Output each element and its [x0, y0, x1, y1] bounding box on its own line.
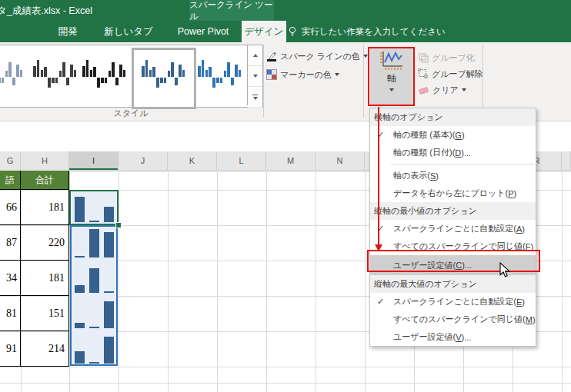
column-header-J[interactable]: J [119, 151, 168, 170]
selection-range-border [70, 225, 118, 366]
menu-item-label: 軸の表示( [393, 170, 430, 181]
sparkline-style-black[interactable] [81, 50, 129, 102]
eraser-icon [418, 85, 429, 95]
fill-handle[interactable] [115, 222, 122, 228]
active-cell-border [69, 190, 119, 225]
group-objects-icon [418, 52, 429, 63]
group-divider [483, 45, 483, 118]
checkmark-icon: ✓ [377, 297, 384, 307]
clear-button[interactable]: クリア [418, 84, 466, 96]
axis-dropdown-menu: 横軸のオプション✓軸の種類 (基本)(G)軸の種類 (日付)(D)...軸の表示… [369, 108, 536, 347]
gridline [0, 383, 571, 384]
table-header-goukei[interactable]: 合計 [21, 171, 68, 189]
menu-item-label: )... [462, 261, 472, 270]
cell-score[interactable]: 34 [0, 261, 17, 296]
sparkline-color-button[interactable]: スパーク ラインの色 [266, 49, 368, 63]
menu-item-plot-right-to-left[interactable]: データを右から左にプロット(P) [370, 184, 536, 202]
menu-item-label: ) [522, 224, 525, 234]
menu-item-label: ) [436, 171, 439, 181]
column-header-M[interactable]: M [266, 151, 316, 170]
menu-item-max-custom[interactable]: ユーザー設定値(V)... [370, 328, 536, 346]
group-button[interactable]: グループ化 [418, 51, 475, 64]
menu-item-label: S [430, 171, 436, 181]
column-header-L[interactable]: L [217, 151, 266, 170]
style-group-label: スタイル [46, 108, 215, 119]
marker-color-button[interactable]: マーカーの色 [266, 68, 339, 81]
menu-item-min-auto[interactable]: ✓スパークラインごとに自動設定(A) [370, 220, 536, 238]
menu-item-label: すべてのスパークラインで同じ値( [393, 314, 526, 325]
gridline [0, 367, 571, 367]
menu-item-label: ) [514, 189, 517, 198]
menu-item-label: ユーザー設定値( [393, 331, 456, 343]
gridline [562, 171, 563, 392]
ribbon-tab-develop[interactable]: 開発 [48, 21, 88, 42]
gridline [168, 171, 169, 392]
menu-item-max-auto[interactable]: ✓スパークラインごとに自動設定(E) [370, 293, 536, 311]
column-header-hidden-12[interactable] [562, 151, 571, 170]
ungroup-button-label: グループ解除 [432, 68, 483, 80]
axis-chart-icon [379, 50, 404, 71]
column-header-I[interactable]: I [69, 151, 119, 170]
menu-item-label: すべてのスパークラインで同じ値( [393, 241, 526, 252]
axis-button[interactable]: 軸 [370, 48, 413, 105]
checkmark-icon: ✓ [377, 224, 384, 234]
menu-item-label: 軸の種類 (基本)( [393, 129, 455, 141]
table-header-go[interactable]: 語 [0, 171, 20, 189]
cell-score[interactable]: 87 [0, 225, 17, 261]
column-header-N[interactable]: N [316, 151, 365, 170]
menu-item-min-same[interactable]: すべてのスパークラインで同じ値(F) [370, 238, 536, 255]
tell-me-box[interactable]: 実行したい作業を入力してください [288, 23, 446, 40]
gallery-scrollbar [247, 45, 262, 105]
sparkline-style-steel-blue[interactable] [132, 48, 196, 109]
menu-item-label: ) [522, 297, 525, 307]
cell-total[interactable]: 181 [21, 190, 65, 225]
ribbon-tab-new-tab[interactable]: 新しいタブ [97, 21, 160, 42]
menu-item-axis-type-general[interactable]: ✓軸の種類 (基本)(G) [370, 126, 536, 144]
sparkline-style-preview [0, 54, 24, 98]
sparkline-style-dark-gray[interactable] [32, 50, 79, 102]
column-header-H[interactable]: H [21, 151, 69, 170]
cell-total[interactable]: 181 [21, 261, 65, 296]
sparkline-style-muted-blue[interactable] [0, 50, 25, 102]
cell-total[interactable]: 214 [21, 331, 65, 367]
sparkline-style-preview [198, 54, 242, 98]
menu-item-show-axis[interactable]: 軸の表示(S) [370, 167, 536, 184]
table-border [20, 171, 21, 367]
pencil-color-icon [266, 51, 277, 61]
menu-item-min-custom[interactable]: ユーザー設定値(C)... [370, 255, 536, 275]
ribbon-tab-power-pivot[interactable]: Power Pivot [169, 21, 237, 42]
gridline [316, 171, 316, 392]
ribbon-tab-design[interactable]: デザイン [242, 21, 286, 42]
sparkline-style-bright-blue[interactable] [196, 50, 244, 102]
column-header-G[interactable]: G [0, 151, 21, 170]
column-header-K[interactable]: K [168, 151, 217, 170]
cell-score[interactable]: 91 [0, 331, 17, 367]
menu-item-label: ) [533, 315, 536, 324]
cell-score[interactable]: 81 [0, 296, 17, 331]
clear-button-label: クリア [432, 85, 459, 96]
dropdown-arrow-icon [389, 88, 394, 91]
gallery-more-button[interactable] [248, 87, 262, 108]
menu-item-label: スパークラインごとに自動設定( [393, 296, 516, 307]
menu-item-axis-type-date[interactable]: 軸の種類 (日付)(D)... [370, 144, 536, 161]
down-arrow-icon [253, 75, 258, 78]
table-border [0, 224, 69, 225]
ungroup-button[interactable]: グループ解除 [418, 68, 483, 80]
cell-score[interactable]: 66 [0, 190, 17, 225]
menu-item-max-same[interactable]: すべてのスパークラインで同じ値(M) [370, 311, 536, 328]
cell-total[interactable]: 220 [21, 225, 65, 261]
table-border [0, 260, 69, 261]
table-border [0, 331, 69, 331]
gridline [266, 171, 267, 392]
gallery-scroll-up-button[interactable] [248, 45, 262, 66]
menu-item-label: ) [531, 242, 534, 251]
marker-color-label: マーカーの色 [280, 69, 332, 81]
menu-item-label: P [508, 189, 513, 198]
group-button-label: グループ化 [432, 52, 475, 64]
cell-total[interactable]: 151 [21, 296, 65, 331]
gallery-scroll-down-button[interactable] [248, 66, 262, 87]
contextual-tool-label: スパークライン ツール [189, 0, 274, 22]
menu-item-label: ユーザー設定値( [393, 260, 456, 271]
menu-item-label: )... [462, 333, 472, 342]
menu-item-label: F [526, 242, 531, 251]
